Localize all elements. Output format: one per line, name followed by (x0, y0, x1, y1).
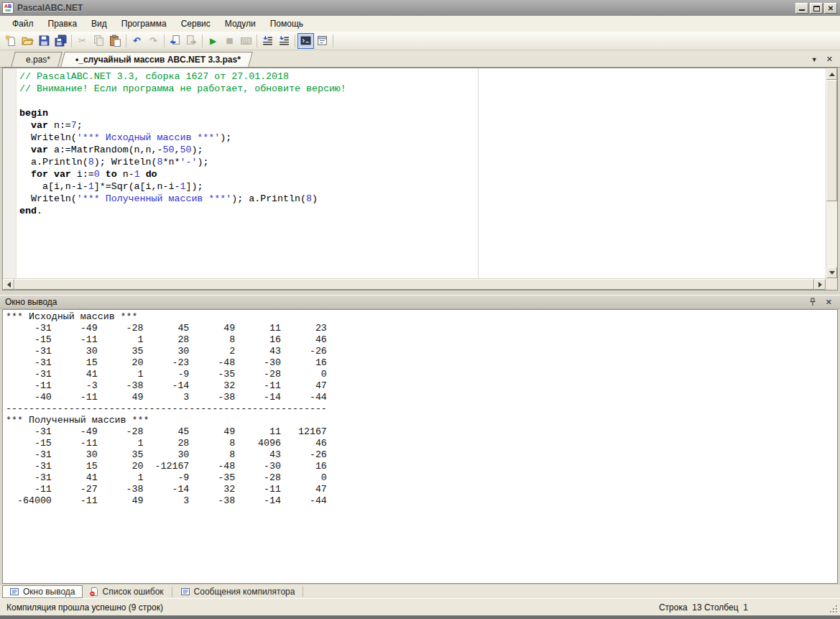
close-button[interactable]: ✕ (824, 3, 837, 14)
menu-bar: Файл Правка Вид Программа Сервис Модули … (0, 16, 840, 32)
menu-modules[interactable]: Модули (218, 17, 263, 31)
app-logo-icon: ABnet (2, 2, 14, 14)
toolbar-separator (202, 35, 203, 47)
bottom-tab-separator (172, 587, 172, 597)
pascalabc-window: ABnet PascalABC.NET ✕ Файл Правка Вид Пр… (0, 0, 840, 619)
menu-edit[interactable]: Правка (41, 17, 85, 31)
outdent-region-button[interactable] (276, 33, 292, 49)
form-designer-button[interactable] (314, 33, 331, 49)
indent-region-icon (262, 35, 274, 47)
redo-button: ↷ (145, 33, 162, 49)
navigate-forward-icon (185, 35, 198, 47)
menu-file[interactable]: Файл (5, 17, 41, 31)
indent-region-button[interactable] (259, 33, 276, 49)
editor-vertical-scrollbar[interactable] (826, 68, 837, 278)
run-icon: ▶ (210, 37, 216, 45)
code-line: begin (19, 107, 826, 119)
output-panel-title: Окно вывода (5, 297, 57, 307)
scroll-left-button[interactable] (3, 279, 14, 290)
pin-icon[interactable] (808, 298, 817, 306)
menu-program[interactable]: Программа (114, 17, 174, 31)
arrow-down-icon (829, 271, 835, 275)
resize-grip[interactable] (829, 604, 837, 613)
output-panel-header: Окно вывода ✕ (0, 295, 840, 309)
scrollbar-corner (826, 278, 837, 290)
code-line: end. (19, 205, 826, 217)
tab-output-window[interactable]: Окно вывода (2, 585, 83, 598)
outdent-region-icon (278, 35, 290, 47)
code-line: Writeln('*** Исходный массив ***'); (19, 132, 826, 144)
code-line: // PascalABC.NET 3.3, сборка 1627 от 27.… (19, 70, 826, 83)
watch-window-icon (240, 35, 252, 47)
document-tab-strip: e.pas* •_случайный массив ABC.NET 3.3.pa… (0, 50, 840, 68)
menu-view[interactable]: Вид (84, 17, 114, 31)
copy-button (91, 33, 107, 49)
cut-icon: ✂ (78, 36, 86, 45)
redo-icon: ↷ (149, 36, 157, 45)
console-window-icon (300, 35, 312, 47)
output-window[interactable]: *** Исходный массив *** -31 -49 -28 45 4… (2, 309, 838, 584)
toolbar: ✂ ↶ ↷ ▶ ■ (0, 32, 840, 50)
arrow-up-icon (829, 73, 835, 76)
output-close-icon[interactable]: ✕ (826, 298, 832, 307)
run-button[interactable]: ▶ (205, 33, 221, 49)
undo-button[interactable]: ↶ (129, 33, 145, 49)
save-button[interactable] (36, 33, 52, 49)
editor-horizontal-scrollbar[interactable] (3, 278, 826, 290)
menu-help[interactable]: Помощь (263, 17, 310, 31)
code-line (19, 95, 826, 107)
code-line: var n:=7; (19, 119, 826, 132)
toolbar-separator (257, 35, 257, 47)
copy-icon (93, 35, 105, 47)
new-file-button[interactable] (3, 33, 19, 49)
close-icon: ✕ (828, 4, 834, 13)
open-file-button[interactable] (19, 33, 36, 49)
compiler-messages-icon (180, 587, 190, 597)
scroll-up-button[interactable] (826, 68, 837, 80)
window-title: PascalABC.NET (17, 3, 83, 13)
paste-icon (109, 35, 121, 47)
code-line: a.Println(8); Writeln(8*n*'-'); (19, 156, 826, 168)
tab-compiler-messages[interactable]: Сообщения компилятора (174, 585, 302, 598)
tab-close-icon[interactable]: ✕ (826, 55, 833, 64)
maximize-button[interactable] (810, 3, 823, 14)
arrow-left-icon (7, 282, 11, 288)
tab-list-dropdown-icon[interactable]: ▼ (811, 56, 818, 63)
menu-service[interactable]: Сервис (174, 17, 218, 31)
minimize-button[interactable] (795, 3, 808, 14)
code-line: for var i:=0 to n-1 do (19, 168, 826, 180)
console-window-toggle[interactable] (297, 33, 314, 49)
navigate-back-icon (169, 35, 181, 47)
output-window-icon (9, 587, 19, 597)
code-line: // Внимание! Если программа не работает,… (19, 83, 826, 95)
horizontal-scroll-thumb[interactable] (14, 279, 814, 290)
save-all-icon (55, 35, 67, 47)
stop-icon: ■ (226, 37, 233, 45)
stop-button: ■ (221, 33, 238, 49)
bottom-tab-bar: Окно вывода Список ошибок Сообщения комп… (0, 584, 840, 598)
vertical-scroll-thumb[interactable] (826, 80, 837, 201)
toolbar-separator (164, 35, 165, 47)
new-file-icon (5, 35, 17, 47)
scroll-down-button[interactable] (826, 267, 837, 278)
tab-random-array[interactable]: •_случайный массив ABC.NET 3.3.pas* (63, 52, 251, 67)
editor-gutter (3, 68, 17, 278)
minimize-icon (799, 9, 805, 11)
tab-e-pas[interactable]: e.pas* (13, 52, 60, 67)
window-bottom-edge (0, 615, 840, 619)
watch-window-button (238, 33, 254, 49)
code-line: var a:=MatrRandom(n,n,-50,50); (19, 144, 826, 156)
navigate-back-button[interactable] (167, 33, 183, 49)
tab-error-list[interactable]: Список ошибок (83, 585, 170, 598)
scroll-right-button[interactable] (814, 279, 826, 290)
output-text: *** Исходный массив *** -31 -49 -28 45 4… (3, 310, 837, 507)
error-list-icon (89, 587, 99, 597)
code-line: a[i,n-i-1]*=Sqr(a[i,n-i-1]); (19, 180, 826, 193)
undo-icon: ↶ (133, 36, 141, 45)
paste-button[interactable] (107, 33, 124, 49)
code-editor: // PascalABC.NET 3.3, сборка 1627 от 27.… (2, 68, 838, 290)
code-line: Writeln('*** Полученный массив ***'); a.… (19, 193, 826, 205)
save-all-button[interactable] (52, 33, 69, 49)
code-area[interactable]: // PascalABC.NET 3.3, сборка 1627 от 27.… (17, 68, 826, 278)
status-bar: Компиляция прошла успешно (9 строк) Стро… (0, 598, 840, 615)
